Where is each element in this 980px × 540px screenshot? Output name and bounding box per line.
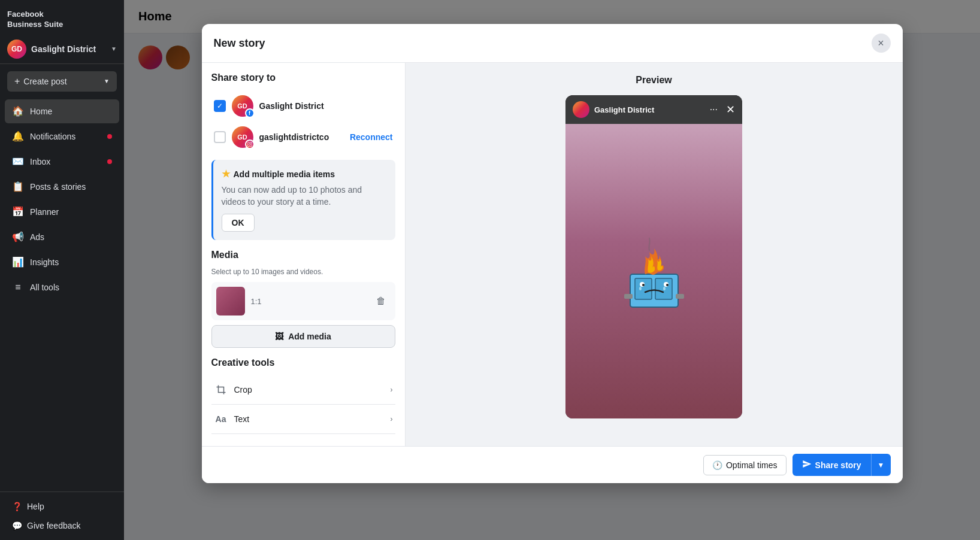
chevron-down-icon: ▼ bbox=[111, 45, 117, 52]
sidebar-item-label: Posts & stories bbox=[30, 182, 86, 192]
sidebar-item-planner[interactable]: 📅 Planner bbox=[5, 200, 119, 224]
facebook-checkbox[interactable]: ✓ bbox=[214, 100, 226, 112]
sidebar-item-insights[interactable]: 📊 Insights bbox=[5, 250, 119, 274]
add-media-icon: 🖼 bbox=[275, 332, 283, 341]
clock-icon: 🕐 bbox=[712, 460, 722, 470]
svg-rect-4 bbox=[676, 294, 684, 299]
media-heading: Media bbox=[211, 250, 395, 260]
sidebar-item-all-tools[interactable]: ≡ All tools bbox=[5, 275, 119, 299]
share-story-to-heading: Share story to bbox=[211, 72, 395, 83]
chevron-right-icon: › bbox=[391, 386, 393, 394]
new-story-modal: New story × Share story to ✓ GD f bbox=[202, 24, 903, 483]
close-button[interactable]: × bbox=[872, 34, 891, 53]
app-name: Facebook Business Suite bbox=[0, 0, 124, 35]
svg-point-7 bbox=[642, 284, 645, 286]
notification-body: You can now add up to 10 photos and vide… bbox=[222, 184, 387, 208]
home-icon: 🏠 bbox=[12, 105, 24, 117]
sidebar-footer: ❓ Help 💬 Give feedback bbox=[0, 492, 124, 540]
inbox-badge bbox=[107, 159, 112, 164]
media-ratio: 1:1 bbox=[251, 297, 365, 306]
delete-media-button[interactable]: 🗑 bbox=[371, 293, 391, 309]
svg-point-9 bbox=[639, 287, 642, 290]
optimal-times-label: Optimal times bbox=[726, 460, 778, 470]
story-close-icon: ✕ bbox=[726, 103, 735, 116]
story-image bbox=[565, 124, 742, 418]
right-panel: Preview Gaslight District ··· ✕ bbox=[406, 63, 903, 446]
story-account-name: Gaslight District bbox=[594, 105, 705, 114]
share-to-instagram[interactable]: GD gaslightdistrictco Reconnect bbox=[211, 122, 395, 153]
share-story-label: Share story bbox=[815, 460, 861, 470]
sidebar-item-label: Insights bbox=[30, 257, 59, 267]
feedback-icon: 💬 bbox=[12, 521, 22, 530]
sidebar-item-label: All tools bbox=[30, 283, 59, 292]
modal-body: Share story to ✓ GD f Gaslight District bbox=[202, 63, 903, 446]
facebook-account-info: Gaslight District bbox=[259, 101, 393, 111]
sidebar-item-home[interactable]: 🏠 Home bbox=[5, 99, 119, 123]
story-preview: Gaslight District ··· ✕ bbox=[565, 95, 742, 418]
instagram-avatar: GD bbox=[232, 126, 253, 148]
share-story-button[interactable]: Share story bbox=[793, 454, 871, 476]
instagram-account-info: gaslightdistrictco bbox=[259, 132, 344, 142]
text-tool[interactable]: Aa Text › bbox=[211, 405, 395, 434]
creative-tools-section: Creative tools Crop › bbox=[211, 357, 395, 434]
chevron-right-icon: › bbox=[391, 415, 393, 423]
modal-overlay: New story × Share story to ✓ GD f bbox=[124, 0, 980, 540]
insights-icon: 📊 bbox=[12, 256, 24, 268]
facebook-account-name: Gaslight District bbox=[259, 101, 393, 111]
instagram-checkbox[interactable] bbox=[214, 131, 226, 143]
modal-header: New story × bbox=[202, 24, 903, 63]
media-thumbnail bbox=[216, 287, 245, 315]
ads-icon: 📢 bbox=[12, 231, 24, 243]
sidebar-item-label: Planner bbox=[30, 207, 59, 217]
reconnect-link[interactable]: Reconnect bbox=[350, 132, 393, 142]
preview-heading: Preview bbox=[636, 75, 672, 86]
sidebar-item-posts-stories[interactable]: 📋 Posts & stories bbox=[5, 175, 119, 199]
optimal-times-button[interactable]: 🕐 Optimal times bbox=[703, 455, 787, 475]
sidebar-account[interactable]: GD Gaslight District ▼ bbox=[0, 35, 124, 64]
share-to-facebook[interactable]: ✓ GD f Gaslight District bbox=[211, 90, 395, 122]
sidebar: Facebook Business Suite GD Gaslight Dist… bbox=[0, 0, 124, 540]
thumbnail-image bbox=[216, 287, 245, 315]
media-item: 1:1 🗑 bbox=[211, 282, 395, 320]
add-media-label: Add media bbox=[288, 332, 331, 341]
instagram-badge bbox=[245, 139, 255, 149]
share-story-button-group: Share story ▼ bbox=[793, 454, 891, 476]
notification-title: ★ Add multiple media items bbox=[222, 168, 387, 180]
media-section: Media Select up to 10 images and videos.… bbox=[211, 250, 395, 348]
add-media-button[interactable]: 🖼 Add media bbox=[211, 325, 395, 348]
modal-title: New story bbox=[214, 37, 265, 50]
creative-tools-heading: Creative tools bbox=[211, 357, 395, 368]
sidebar-item-label: Inbox bbox=[30, 157, 50, 166]
notification-badge bbox=[107, 134, 112, 139]
sidebar-item-label: Give feedback bbox=[27, 521, 81, 530]
plus-icon: + bbox=[14, 76, 20, 87]
send-icon bbox=[802, 459, 812, 471]
posts-icon: 📋 bbox=[12, 181, 24, 193]
crop-tool[interactable]: Crop › bbox=[211, 375, 395, 405]
notification-card: ★ Add multiple media items You can now a… bbox=[211, 160, 395, 240]
sidebar-item-label: Home bbox=[30, 107, 52, 116]
ok-button[interactable]: OK bbox=[222, 214, 255, 232]
left-panel: Share story to ✓ GD f Gaslight District bbox=[202, 63, 406, 446]
sidebar-item-notifications[interactable]: 🔔 Notifications bbox=[5, 125, 119, 148]
svg-rect-3 bbox=[624, 294, 633, 299]
facebook-avatar: GD f bbox=[232, 95, 253, 117]
sidebar-item-inbox[interactable]: ✉️ Inbox bbox=[5, 150, 119, 174]
more-options-icon: ··· bbox=[710, 104, 718, 115]
create-post-label: Create post bbox=[23, 77, 66, 86]
sidebar-item-ads[interactable]: 📢 Ads bbox=[5, 225, 119, 249]
sidebar-item-label: Ads bbox=[30, 232, 44, 242]
sidebar-item-help[interactable]: ❓ Help bbox=[5, 497, 119, 516]
story-avatar bbox=[573, 101, 589, 118]
help-icon: ❓ bbox=[12, 502, 22, 511]
share-dropdown-button[interactable]: ▼ bbox=[871, 454, 891, 476]
planner-icon: 📅 bbox=[12, 206, 24, 218]
bell-icon: 🔔 bbox=[12, 131, 24, 142]
text-label: Text bbox=[234, 414, 391, 424]
sidebar-item-give-feedback[interactable]: 💬 Give feedback bbox=[5, 516, 119, 535]
story-preview-header: Gaslight District ··· ✕ bbox=[565, 95, 742, 124]
create-post-button[interactable]: + Create post ▼ bbox=[7, 71, 117, 92]
modal-footer: 🕐 Optimal times Share story ▼ bbox=[202, 446, 903, 483]
sidebar-item-label: Help bbox=[27, 502, 44, 511]
crop-label: Crop bbox=[234, 385, 391, 395]
